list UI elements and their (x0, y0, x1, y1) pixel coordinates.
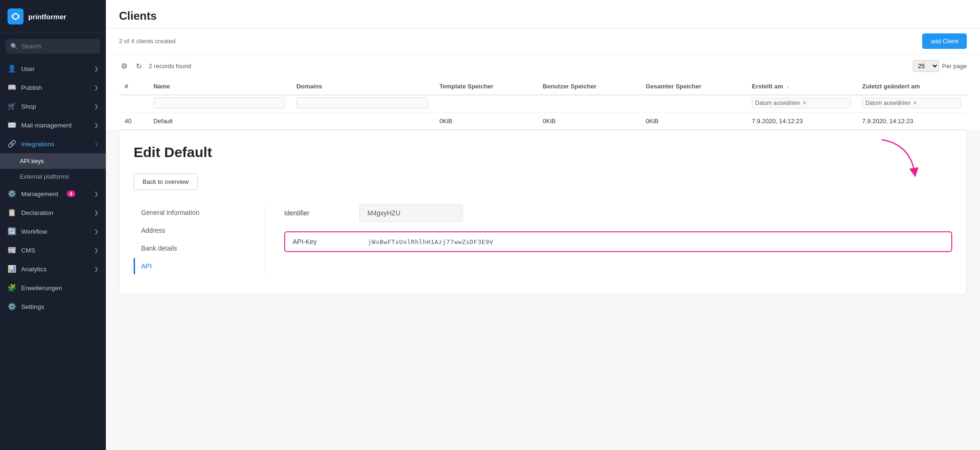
cell-gesamter-speicher: 0KiB (640, 113, 746, 130)
sidebar-sub-external-platforms[interactable]: External platforms (0, 169, 106, 184)
cell-num: 40 (119, 113, 148, 130)
filter-zuletzt-placeholder: Datum auswählen (865, 100, 910, 106)
chevron-icon-cms: ❯ (94, 247, 98, 253)
chevron-icon: ❯ (94, 66, 98, 72)
settings-toolbar-button[interactable]: ⚙ (119, 60, 129, 72)
col-name: Name (148, 78, 291, 95)
edit-nav: General Information Address Bank details… (134, 204, 265, 276)
sidebar-label-erweiterungen: Erweiterungen (21, 284, 62, 292)
search-input[interactable] (22, 43, 96, 50)
analytics-icon: 📊 (8, 265, 16, 273)
filter-row: Datum auswählen ✕ Datum auswählen ✕ (119, 95, 967, 113)
sidebar-label-user: User (21, 65, 35, 72)
refresh-button[interactable]: ↻ (134, 60, 144, 72)
main-content: Clients 2 of 4 clients created add Clien… (106, 0, 980, 450)
filter-erstellt[interactable]: Datum auswählen ✕ (746, 95, 856, 113)
sidebar-label-cms: CMS (21, 247, 35, 254)
chevron-icon-declaration: ❯ (94, 210, 98, 216)
sidebar-item-analytics[interactable]: 📊 Analytics ❯ (0, 260, 106, 278)
sidebar-label-integrations: Integrations (21, 141, 55, 148)
shop-icon: 🛒 (8, 102, 16, 111)
sidebar-item-publish[interactable]: 📖 Publish ❯ (0, 78, 106, 97)
toolbar-right: 25 50 100 Per page (913, 60, 967, 72)
sidebar-sub-api-keys[interactable]: API keys (0, 153, 106, 169)
arrow-annotation (872, 135, 929, 182)
cell-erstellt-am: 7.9.2020, 14:12:23 (746, 113, 856, 130)
logo-icon (8, 8, 24, 24)
identifier-field-row: Identifier M4gxyHZU (284, 204, 952, 222)
clients-count: 2 of 4 clients created (119, 38, 175, 45)
cell-name: Default (148, 113, 291, 130)
cms-icon: 📰 (8, 246, 16, 254)
sort-icon-erstellt: ↓ (787, 84, 789, 89)
col-template-speicher: Template Speicher (434, 78, 537, 95)
declaration-icon: 📋 (8, 208, 16, 217)
sidebar-item-cms[interactable]: 📰 CMS ❯ (0, 241, 106, 260)
filter-erstellt-placeholder: Datum auswählen (755, 100, 800, 106)
workflow-icon: 🔄 (8, 227, 16, 236)
filter-num (119, 95, 148, 113)
sidebar: printformer 🔍 👤 User ❯ 📖 Publish ❯ 🛒 Sho… (0, 0, 106, 450)
edit-nav-general[interactable]: General Information (134, 204, 255, 221)
table-row: 40 Default 0KiB 0KiB 0KiB 7.9.2020, 14:1… (119, 113, 967, 130)
search-box[interactable]: 🔍 (6, 39, 100, 54)
filter-domains[interactable] (291, 95, 434, 113)
table-toolbar: ⚙ ↻ 2 records found 25 50 100 Per page (106, 54, 980, 78)
filter-benutzer (537, 95, 640, 113)
edit-content: Identifier M4gxyHZU API-Key jWxBwFTxUxlR… (265, 204, 952, 276)
edit-body: General Information Address Bank details… (134, 204, 952, 276)
sidebar-label-shop: Shop (21, 103, 36, 110)
sidebar-item-workflow[interactable]: 🔄 Workflow ❯ (0, 222, 106, 241)
page-title: Clients (119, 9, 967, 23)
sidebar-item-user[interactable]: 👤 User ❯ (0, 59, 106, 78)
sidebar-item-settings[interactable]: ⚙️ Settings (0, 297, 106, 316)
chevron-icon-publish: ❯ (94, 85, 98, 91)
edit-nav-api[interactable]: API (134, 258, 255, 275)
filter-domains-input[interactable] (296, 97, 428, 109)
sidebar-item-shop[interactable]: 🛒 Shop ❯ (0, 97, 106, 116)
management-icon: ⚙️ (8, 189, 16, 198)
per-page-select[interactable]: 25 50 100 (913, 60, 939, 72)
sidebar-item-management[interactable]: ⚙️ Management 4 ❯ (0, 184, 106, 203)
chevron-icon-shop: ❯ (94, 103, 98, 110)
sidebar-item-integrations[interactable]: 🔗 Integrations ∨ (0, 134, 106, 153)
settings-icon: ⚙️ (8, 302, 16, 311)
sub-header: 2 of 4 clients created add Client (106, 29, 980, 54)
col-num: # (119, 78, 148, 95)
back-to-overview-button[interactable]: Back to overview (134, 174, 198, 190)
sidebar-item-mail[interactable]: ✉️ Mail management ❯ (0, 116, 106, 134)
chevron-icon-mail: ❯ (94, 122, 98, 128)
cell-template-speicher: 0KiB (434, 113, 537, 130)
sidebar-sub-label-external: External platforms (20, 173, 69, 180)
clear-zuletzt-button[interactable]: ✕ (913, 100, 917, 106)
col-benutzer-speicher: Benutzer Speicher (537, 78, 640, 95)
chevron-icon-management: ❯ (94, 191, 98, 197)
mail-icon: ✉️ (8, 121, 16, 129)
cell-zuletzt: 7.9.2020, 14:12:23 (856, 113, 967, 130)
user-icon: 👤 (8, 64, 16, 73)
chevron-icon-workflow: ❯ (94, 229, 98, 235)
edit-section: Edit Default Back to overview General In… (119, 130, 967, 295)
edit-title: Edit Default (134, 144, 952, 160)
col-zuletzt: Zuletzt geändert am (856, 78, 967, 95)
sidebar-item-declaration[interactable]: 📋 Declaration ❯ (0, 203, 106, 222)
sidebar-label-management: Management (21, 190, 58, 197)
edit-nav-bank[interactable]: Bank details (134, 240, 255, 257)
api-key-value: jWxBwFTxUxlRhlhH1Azj77wwZsDF3E9V (368, 238, 493, 245)
identifier-label: Identifier (284, 209, 350, 217)
filter-zuletzt[interactable]: Datum auswählen ✕ (856, 95, 967, 113)
filter-name-input[interactable] (153, 97, 285, 109)
col-domains: Domains (291, 78, 434, 95)
sidebar-label-workflow: Workflow (21, 228, 47, 235)
col-erstellt-am[interactable]: Erstellt am ↓ (746, 78, 856, 95)
edit-nav-address[interactable]: Address (134, 222, 255, 239)
management-badge: 4 (67, 190, 75, 197)
chevron-icon-integrations: ∨ (95, 141, 98, 147)
clear-erstellt-button[interactable]: ✕ (802, 100, 807, 106)
filter-name[interactable] (148, 95, 291, 113)
sidebar-sub-label-api-keys: API keys (20, 158, 44, 165)
search-icon: 🔍 (10, 43, 18, 50)
api-key-field-row-highlighted: API-Key jWxBwFTxUxlRhlhH1Azj77wwZsDF3E9V (284, 231, 952, 252)
add-client-button[interactable]: add Client (922, 33, 967, 49)
sidebar-item-erweiterungen[interactable]: 🧩 Erweiterungen (0, 278, 106, 297)
